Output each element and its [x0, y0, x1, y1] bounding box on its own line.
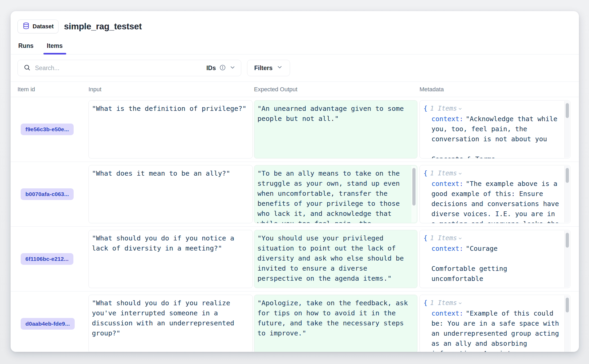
- metadata-json-root[interactable]: {1 Items: [423, 168, 561, 179]
- metadata-content: context:"The example above is a good exa…: [423, 179, 561, 223]
- metadata-key: context:: [431, 245, 463, 252]
- scrollbar-track[interactable]: [564, 231, 570, 287]
- metadata-items-count: 1 Items: [430, 170, 457, 177]
- scrollbar-thumb[interactable]: [566, 168, 569, 183]
- input-cell[interactable]: "What should you do if you notice a lack…: [88, 230, 253, 288]
- item-id-badge[interactable]: f9e56c3b-e50e...: [21, 124, 74, 135]
- scrollbar-thumb[interactable]: [566, 233, 569, 248]
- column-header-metadata: Metadata: [420, 86, 572, 93]
- json-open-brace: {: [423, 169, 427, 177]
- metadata-key: context:: [431, 180, 463, 188]
- table-row: d0aab4eb-fde9... "What should you do if …: [11, 292, 579, 352]
- expected-output-text: "To be an ally means to take on the stru…: [257, 168, 414, 223]
- tab-bar: Runs Items: [11, 40, 579, 54]
- input-text: "What does it mean to be an ally?": [92, 168, 249, 178]
- info-icon: [219, 64, 226, 72]
- scrollbar-thumb[interactable]: [566, 103, 569, 118]
- metadata-items-count: 1 Items: [430, 234, 457, 242]
- metadata-cell[interactable]: {1 Items context:"Courage Comfortable ge…: [420, 230, 570, 288]
- metadata-cell[interactable]: {1 Items context:"Example of this could …: [420, 295, 570, 352]
- page-header: Dataset simple_rag_testset: [11, 11, 579, 33]
- toolbar: IDs Filters: [11, 54, 579, 82]
- scrollbar-track[interactable]: [564, 166, 570, 222]
- scrollbar-thumb[interactable]: [412, 168, 416, 206]
- tab-runs[interactable]: Runs: [18, 40, 34, 54]
- chevron-down-icon[interactable]: [458, 104, 462, 114]
- table-row: f9e56c3b-e50e... "What is the definition…: [11, 97, 579, 162]
- metadata-items-count: 1 Items: [430, 299, 457, 307]
- input-text: "What should you do if you notice a lack…: [92, 233, 249, 253]
- metadata-cell[interactable]: {1 Items context:"Acknowledge that while…: [420, 100, 570, 158]
- expected-output-cell[interactable]: "Apologize, take on the feedback, ask fo…: [254, 295, 417, 352]
- filters-button[interactable]: Filters: [247, 60, 290, 76]
- chevron-down-icon[interactable]: [458, 234, 462, 244]
- expected-output-text: "You should use your privileged situatio…: [257, 233, 414, 283]
- item-id-badge[interactable]: b0070afa-c063...: [21, 188, 74, 200]
- metadata-items-count: 1 Items: [430, 105, 457, 112]
- metadata-json-root[interactable]: {1 Items: [423, 298, 561, 308]
- json-open-brace: {: [423, 234, 427, 242]
- input-text: "What should you do if you realize you'v…: [92, 298, 249, 338]
- expected-output-cell[interactable]: "To be an ally means to take on the stru…: [254, 165, 417, 223]
- search-input[interactable]: [34, 64, 202, 72]
- expected-output-cell[interactable]: "An unearned advantage given to some peo…: [254, 100, 417, 158]
- chevron-down-icon[interactable]: [458, 298, 462, 308]
- dataset-page-card: Dataset simple_rag_testset Runs Items ID…: [11, 11, 579, 352]
- item-id-badge[interactable]: 6f1106bc-e212...: [21, 253, 73, 265]
- column-header-input: Input: [88, 86, 254, 93]
- search-scope-selector[interactable]: IDs: [206, 64, 236, 72]
- metadata-key: context:: [431, 115, 463, 123]
- search-scope-value: IDs: [206, 65, 216, 72]
- tab-items[interactable]: Items: [46, 40, 63, 54]
- metadata-json-root[interactable]: {1 Items: [423, 103, 561, 114]
- chevron-down-icon: [276, 64, 283, 72]
- filters-button-label: Filters: [254, 65, 273, 72]
- dataset-type-badge: Dataset: [17, 20, 59, 33]
- dataset-badge-label: Dataset: [33, 23, 53, 30]
- table-row: 6f1106bc-e212... "What should you do if …: [11, 227, 579, 292]
- column-header-expected-output: Expected Output: [254, 86, 420, 93]
- table-row: b0070afa-c063... "What does it mean to b…: [11, 162, 579, 227]
- scrollbar-track[interactable]: [564, 295, 570, 352]
- chevron-down-icon[interactable]: [458, 169, 462, 179]
- database-icon: [23, 22, 30, 31]
- scrollbar-track[interactable]: [564, 101, 570, 158]
- metadata-content: context:"Courage Comfortable getting unc…: [423, 244, 561, 288]
- item-id-badge[interactable]: d0aab4eb-fde9...: [21, 318, 75, 330]
- search-box[interactable]: IDs: [17, 60, 241, 76]
- expected-output-text: "An unearned advantage given to some peo…: [257, 103, 414, 124]
- input-cell[interactable]: "What does it mean to be an ally?": [88, 165, 253, 223]
- expected-output-cell[interactable]: "You should use your privileged situatio…: [254, 230, 417, 288]
- column-header-item-id: Item id: [17, 86, 88, 93]
- metadata-cell[interactable]: {1 Items context:"The example above is a…: [420, 165, 570, 223]
- search-icon: [24, 64, 30, 72]
- active-tab-indicator: [43, 53, 66, 54]
- metadata-content: context:"Example of this could be: You a…: [423, 308, 561, 352]
- expected-output-text: "Apologize, take on the feedback, ask fo…: [257, 298, 414, 338]
- page-title: simple_rag_testset: [64, 21, 142, 31]
- json-open-brace: {: [423, 104, 427, 112]
- json-open-brace: {: [423, 299, 427, 307]
- input-text: "What is the definition of privilege?": [92, 103, 249, 113]
- scrollbar-thumb[interactable]: [566, 298, 569, 312]
- chevron-down-icon: [229, 64, 236, 72]
- metadata-key: context:: [431, 310, 463, 317]
- input-cell[interactable]: "What should you do if you realize you'v…: [88, 295, 253, 352]
- table-header-row: Item id Input Expected Output Metadata: [11, 82, 579, 97]
- metadata-json-root[interactable]: {1 Items: [423, 233, 561, 244]
- input-cell[interactable]: "What is the definition of privilege?": [88, 100, 253, 158]
- tab-items-label: Items: [47, 42, 63, 49]
- metadata-content: context:"Acknowledge that while you, too…: [423, 114, 561, 158]
